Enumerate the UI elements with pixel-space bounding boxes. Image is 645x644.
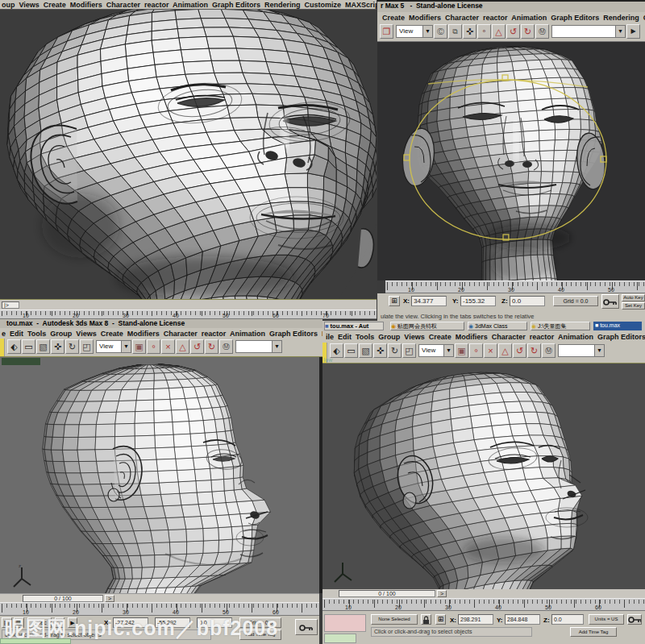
svg-text:z: z	[19, 563, 21, 568]
